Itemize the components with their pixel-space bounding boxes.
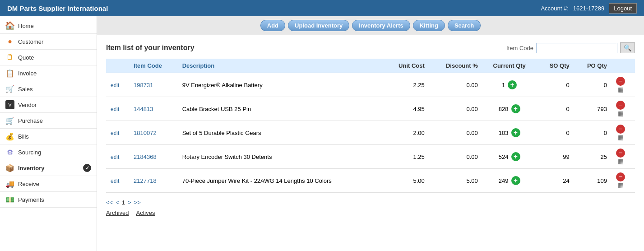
row-actions-3: − ▦: [612, 145, 635, 169]
sidebar-item-bills[interactable]: 💰 Bills: [0, 129, 97, 144]
item-code-search-button[interactable]: 🔍: [620, 42, 635, 53]
sidebar-label-sales: Sales: [18, 86, 33, 93]
col-so-qty: SO Qty: [537, 59, 574, 73]
main-content: Add Upload Inventory Inventory Alerts Ki…: [97, 16, 644, 251]
main-layout: 🏠 Home ● Customer 🗒 Quote 📋 Invoice 🛒 Sa…: [0, 16, 644, 251]
sidebar-label-customer: Customer: [18, 38, 43, 45]
sidebar-item-inventory[interactable]: 📦 Inventory ✓: [0, 160, 97, 176]
sidebar-item-purchase[interactable]: 🛒 Purchase: [0, 113, 97, 129]
row-actions-0: − ▦: [612, 73, 635, 97]
payments-icon: 💵: [5, 195, 14, 204]
sidebar-item-payments[interactable]: 💵 Payments: [0, 192, 97, 208]
discount-cell-0: 0.00: [429, 73, 482, 97]
po-qty-cell-4: 109: [574, 169, 612, 193]
archive-row: Archived Actives: [106, 209, 635, 216]
invoice-icon: 📋: [5, 69, 14, 78]
sidebar-item-sales[interactable]: 🛒 Sales: [0, 81, 97, 97]
pagination-next[interactable]: >: [128, 199, 131, 206]
sidebar-label-inventory: Inventory: [18, 165, 45, 172]
minus-button-1[interactable]: −: [616, 101, 625, 110]
col-current-qty: Current Qty: [482, 59, 537, 73]
archived-link[interactable]: Archived: [106, 209, 129, 216]
sales-icon: 🛒: [5, 84, 14, 93]
minus-button-3[interactable]: −: [616, 149, 625, 158]
col-actions: [612, 59, 635, 73]
table-row: edit 2184368 Rotary Encoder Switch 30 De…: [106, 145, 635, 169]
so-qty-cell-3: 99: [537, 145, 574, 169]
kitting-button[interactable]: Kitting: [413, 20, 445, 31]
grid-icon-1[interactable]: ▦: [618, 110, 624, 117]
sidebar-item-vendor[interactable]: V Vendor: [0, 97, 97, 113]
sidebar-label-purchase: Purchase: [18, 117, 43, 124]
pagination-last[interactable]: >>: [134, 199, 141, 206]
edit-link-0[interactable]: edit: [111, 82, 119, 88]
app-title: DM Parts Supplier International: [7, 5, 108, 12]
table-row: edit 198731 9V Energizer® Alkaline Batte…: [106, 73, 635, 97]
current-qty-cell-2: 103 +: [482, 121, 537, 145]
grid-icon-0[interactable]: ▦: [618, 86, 624, 93]
plus-button-2[interactable]: +: [511, 128, 520, 137]
col-edit: [106, 59, 129, 73]
logout-button[interactable]: Logout: [609, 3, 637, 14]
sidebar: 🏠 Home ● Customer 🗒 Quote 📋 Invoice 🛒 Sa…: [0, 16, 97, 251]
inventory-alerts-button[interactable]: Inventory Alerts: [352, 20, 410, 31]
discount-cell-4: 5.00: [429, 169, 482, 193]
unit-cost-cell-1: 4.95: [384, 97, 429, 121]
sidebar-item-home[interactable]: 🏠 Home: [0, 18, 97, 34]
sidebar-item-invoice[interactable]: 📋 Invoice: [0, 65, 97, 81]
description-cell-3: Rotary Encoder Switch 30 Detents: [178, 145, 384, 169]
plus-button-4[interactable]: +: [511, 176, 520, 185]
po-qty-cell-2: 0: [574, 121, 612, 145]
bills-icon: 💰: [5, 132, 14, 141]
so-qty-cell-1: 0: [537, 97, 574, 121]
col-description: Description: [178, 59, 384, 73]
item-code-link-4[interactable]: 2127718: [134, 177, 157, 184]
table-row: edit 144813 Cable Bracket USB 25 Pin 4.9…: [106, 97, 635, 121]
po-qty-cell-1: 793: [574, 97, 612, 121]
sidebar-label-quote: Quote: [18, 54, 34, 61]
edit-link-1[interactable]: edit: [111, 106, 119, 112]
sidebar-label-invoice: Invoice: [18, 70, 37, 77]
sidebar-item-customer[interactable]: ● Customer: [0, 34, 97, 50]
content-header: Item list of your inventory Item Code 🔍: [106, 42, 635, 53]
plus-button-3[interactable]: +: [511, 152, 520, 161]
inventory-icon: 📦: [5, 163, 14, 172]
row-actions-4: − ▦: [612, 169, 635, 193]
item-code-label: Item Code: [506, 45, 533, 51]
toolbar: Add Upload Inventory Inventory Alerts Ki…: [97, 16, 644, 35]
edit-link-2[interactable]: edit: [111, 130, 119, 136]
actives-link[interactable]: Actives: [136, 209, 155, 216]
plus-button-1[interactable]: +: [511, 104, 520, 113]
minus-button-4[interactable]: −: [616, 172, 625, 181]
pagination-first[interactable]: <<: [106, 199, 113, 206]
table-header-row: Item Code Description Unit Cost Discount…: [106, 59, 635, 73]
sidebar-item-quote[interactable]: 🗒 Quote: [0, 50, 97, 65]
add-button[interactable]: Add: [260, 20, 285, 31]
sidebar-label-bills: Bills: [18, 133, 29, 140]
item-code-input[interactable]: [536, 43, 617, 53]
item-code-search-row: Item Code 🔍: [506, 42, 635, 53]
sidebar-label-sourcing: Sourcing: [18, 149, 41, 156]
item-code-link-0[interactable]: 198731: [134, 82, 153, 88]
minus-button-0[interactable]: −: [616, 77, 625, 86]
grid-icon-2[interactable]: ▦: [618, 134, 624, 141]
plus-button-0[interactable]: +: [508, 80, 517, 89]
item-code-link-3[interactable]: 2184368: [134, 153, 157, 160]
unit-cost-cell-2: 2.00: [384, 121, 429, 145]
grid-icon-4[interactable]: ▦: [618, 181, 624, 189]
sidebar-item-sourcing[interactable]: ⚙ Sourcing: [0, 144, 97, 160]
grid-icon-3[interactable]: ▦: [618, 158, 624, 165]
search-button[interactable]: Search: [448, 20, 481, 31]
sidebar-item-receive[interactable]: 🚚 Receive: [0, 176, 97, 192]
sidebar-label-receive: Receive: [18, 181, 39, 187]
current-qty-cell-1: 828 +: [482, 97, 537, 121]
pagination-prev[interactable]: <: [116, 199, 119, 206]
current-qty-cell-0: 1 +: [482, 73, 537, 97]
item-code-link-2[interactable]: 1810072: [134, 130, 157, 136]
edit-link-4[interactable]: edit: [111, 178, 119, 184]
discount-cell-3: 0.00: [429, 145, 482, 169]
minus-button-2[interactable]: −: [616, 125, 625, 134]
upload-inventory-button[interactable]: Upload Inventory: [288, 20, 349, 31]
item-code-link-1[interactable]: 144813: [134, 106, 153, 112]
edit-link-3[interactable]: edit: [111, 154, 119, 160]
